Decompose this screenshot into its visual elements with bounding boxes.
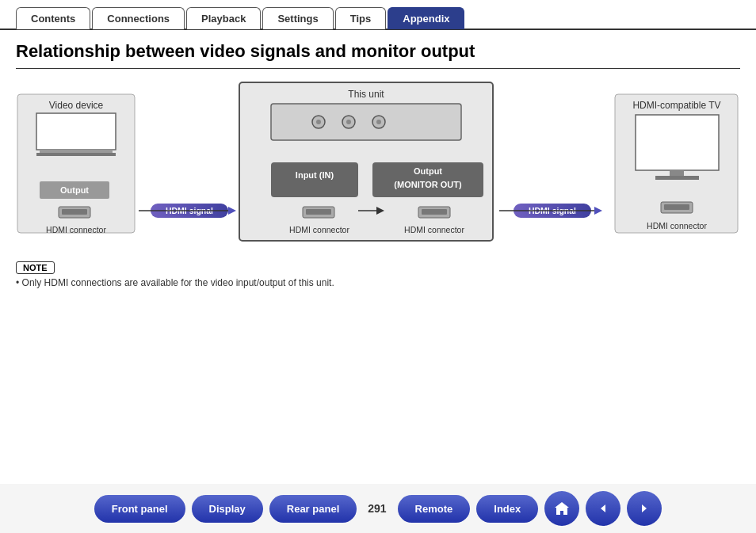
index-button[interactable]: Index (476, 495, 538, 523)
svg-marker-13 (228, 207, 236, 215)
svg-text:Video device: Video device (49, 100, 104, 111)
svg-text:Input (IN): Input (IN) (296, 170, 334, 180)
svg-point-20 (316, 120, 321, 124)
svg-text:Output: Output (60, 185, 89, 195)
bottom-navigation: Front panel Display Rear panel 291 Remot… (0, 484, 756, 533)
svg-rect-16 (271, 104, 461, 140)
svg-rect-34 (422, 209, 447, 215)
svg-rect-8 (62, 209, 87, 215)
svg-point-22 (376, 120, 381, 124)
home-icon (553, 500, 571, 517)
svg-text:HDMI connector: HDMI connector (647, 221, 707, 230)
svg-rect-23 (271, 162, 358, 197)
svg-marker-39 (594, 207, 602, 215)
svg-rect-46 (664, 204, 689, 210)
diagram-svg: Video device Output HDMI connector HDMI … (16, 78, 740, 249)
page-title: Relationship between video signals and m… (16, 41, 740, 69)
svg-rect-29 (306, 209, 331, 215)
svg-text:HDMI connector: HDMI connector (46, 225, 106, 234)
note-text: • Only HDMI connections are available fo… (16, 277, 740, 288)
diagram-area: Video device Output HDMI connector HDMI … (16, 78, 740, 252)
tab-connections[interactable]: Connections (92, 7, 185, 29)
page-number: 291 (363, 502, 391, 515)
front-panel-button[interactable]: Front panel (94, 495, 185, 523)
svg-text:Output: Output (414, 166, 442, 176)
home-button[interactable] (544, 491, 579, 526)
tab-settings[interactable]: Settings (262, 7, 333, 29)
tab-contents[interactable]: Contents (16, 7, 90, 29)
svg-text:HDMI connector: HDMI connector (289, 225, 349, 234)
svg-rect-4 (36, 153, 116, 156)
back-icon (594, 500, 612, 517)
tab-tips[interactable]: Tips (335, 7, 387, 29)
svg-text:HDMI-compatible TV: HDMI-compatible TV (632, 100, 720, 111)
navigation-tabs: Contents Connections Playback Settings T… (0, 0, 756, 30)
forward-icon (636, 500, 653, 517)
tab-playback[interactable]: Playback (186, 7, 261, 29)
forward-button[interactable] (627, 491, 662, 526)
rear-panel-button[interactable]: Rear panel (269, 495, 357, 523)
svg-text:This unit: This unit (348, 89, 384, 100)
note-badge: NOTE (16, 261, 55, 274)
svg-rect-2 (36, 113, 116, 150)
display-button[interactable]: Display (192, 495, 263, 523)
remote-button[interactable]: Remote (398, 495, 471, 523)
note-section: NOTE • Only HDMI connections are availab… (16, 260, 740, 288)
svg-rect-44 (655, 176, 699, 180)
svg-rect-43 (670, 170, 684, 177)
back-button[interactable] (586, 491, 620, 526)
svg-point-21 (346, 120, 351, 124)
svg-text:(MONITOR OUT): (MONITOR OUT) (394, 180, 462, 189)
svg-text:HDMI connector: HDMI connector (404, 225, 464, 234)
svg-rect-42 (636, 115, 719, 170)
tab-appendix[interactable]: Appendix (388, 7, 464, 29)
